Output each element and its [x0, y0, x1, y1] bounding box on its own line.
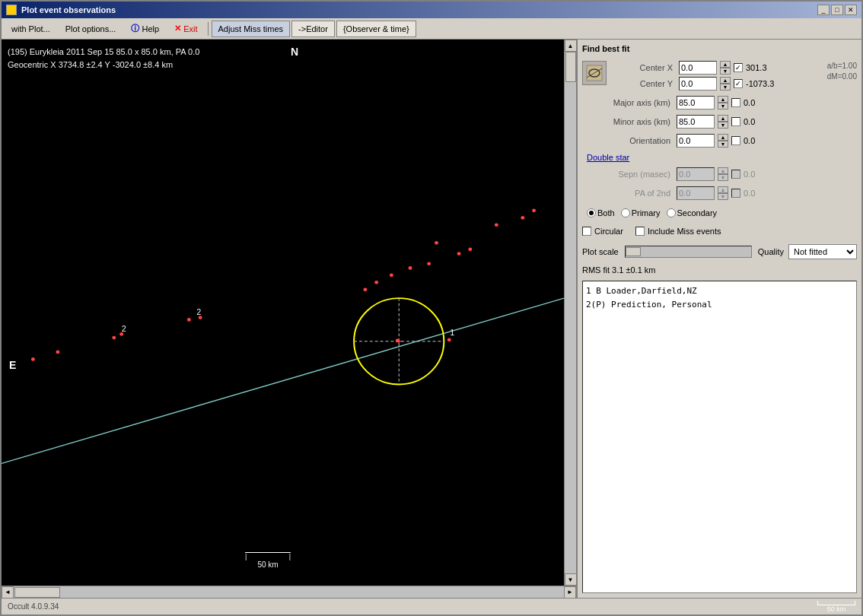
radio-primary-label: Primary	[632, 208, 661, 218]
svg-point-12	[390, 274, 393, 278]
orientation-spinner[interactable]: ▲ ▼	[718, 134, 728, 148]
center-y-down[interactable]: ▼	[720, 84, 731, 90]
orientation-row: Orientation 0.0 ▲ ▼ 0.0	[582, 134, 857, 148]
compass-e: E	[9, 359, 16, 371]
orientation-up[interactable]: ▲	[718, 134, 728, 141]
h-scrollbar-track[interactable]	[14, 586, 564, 599]
fit-icon-svg	[585, 64, 603, 82]
center-x-checkbox[interactable]	[734, 63, 743, 72]
horizontal-scrollbar[interactable]: ◄ ►	[2, 586, 576, 598]
major-up[interactable]: ▲	[718, 96, 728, 103]
vertical-scrollbar[interactable]: ▲ ▼	[564, 40, 576, 586]
adjust-miss-button[interactable]: Adjust Miss times	[212, 21, 291, 37]
main-area: 1 2 2 (195) Eurykleia 2011 Sep 15 85.0 x…	[2, 40, 861, 598]
minor-down[interactable]: ▼	[718, 122, 728, 129]
center-x-row: Center X 0.0 ▲ ▼ 301.3	[611, 61, 823, 75]
circular-miss-row: Circular Include Miss events	[582, 227, 857, 236]
orientation-result: 0.0	[744, 136, 774, 145]
center-y-result: -1073.3	[746, 79, 776, 88]
help-icon: ⓘ	[131, 23, 139, 34]
with-plot-button[interactable]: with Plot...	[5, 21, 57, 37]
plot-info: (195) Eurykleia 2011 Sep 15 85.0 x 85.0 …	[8, 46, 199, 71]
plot-with-scrollbar: 1 2 2 (195) Eurykleia 2011 Sep 15 85.0 x…	[2, 40, 576, 586]
svg-point-19	[187, 318, 191, 322]
menu-bar: with Plot... Plot options... ⓘ Help ✕ Ex…	[2, 18, 861, 40]
circular-checkbox[interactable]	[582, 227, 591, 236]
svg-text:2: 2	[196, 307, 201, 316]
scroll-down-button[interactable]: ▼	[565, 573, 577, 586]
center-x-input[interactable]: 0.0	[679, 61, 717, 75]
plot-scale-slider[interactable]	[625, 246, 752, 258]
svg-rect-0	[2, 40, 564, 586]
include-miss-label: Include Miss events	[648, 227, 721, 236]
center-x-down[interactable]: ▼	[720, 68, 731, 75]
maximize-button[interactable]: □	[831, 5, 843, 15]
quality-select[interactable]: Not fitted	[788, 244, 857, 259]
radio-secondary-button[interactable]	[667, 208, 676, 218]
radio-both-button[interactable]	[587, 208, 596, 218]
center-y-input[interactable]: 0.0	[679, 77, 717, 90]
major-down[interactable]: ▼	[718, 103, 728, 110]
right-panel: Find best fit Center X 0.0	[576, 40, 861, 598]
close-button[interactable]: ✕	[845, 5, 857, 15]
major-axis-checkbox[interactable]	[731, 98, 740, 107]
include-miss-checkbox[interactable]	[635, 227, 645, 236]
major-axis-spinner[interactable]: ▲ ▼	[718, 96, 728, 110]
svg-point-18	[199, 316, 202, 319]
bottom-scale-area: 50 km	[817, 601, 855, 613]
observers-list[interactable]: 1 B Loader,Darfield,NZ 2(P) Prediction, …	[582, 281, 857, 593]
minor-axis-input[interactable]: 85.0	[677, 115, 715, 129]
scroll-left-button[interactable]: ◄	[2, 586, 14, 599]
radio-secondary-item[interactable]: Secondary	[667, 208, 718, 218]
orientation-label: Orientation	[582, 136, 674, 145]
plot-options-button[interactable]: Plot options...	[59, 21, 123, 37]
svg-point-7	[521, 216, 524, 220]
minor-axis-checkbox[interactable]	[731, 117, 740, 126]
orientation-down[interactable]: ▼	[718, 141, 728, 148]
bottom-bar: Occult 4.0.9.34 50 km	[2, 598, 861, 614]
radio-primary-button[interactable]	[621, 208, 630, 218]
h-scrollbar-thumb[interactable]	[14, 587, 60, 598]
observer-1: 1 B Loader,Darfield,NZ	[586, 284, 853, 298]
center-y-checkbox[interactable]	[734, 79, 743, 88]
sepn-label: Sepn (masec)	[582, 170, 674, 179]
pa-input: 0.0	[677, 186, 715, 200]
radio-both-item[interactable]: Both	[587, 208, 615, 218]
observer-time-button[interactable]: {Observer & time}	[336, 21, 416, 37]
center-y-up[interactable]: ▲	[720, 77, 731, 84]
radio-secondary-label: Secondary	[677, 208, 718, 218]
plot-area[interactable]: 1 2 2 (195) Eurykleia 2011 Sep 15 85.0 x…	[2, 40, 564, 586]
minimize-button[interactable]: _	[817, 5, 830, 15]
minor-axis-row: Minor axis (km) 85.0 ▲ ▼ 0.0	[582, 115, 857, 129]
double-star-link[interactable]: Double star	[587, 153, 629, 162]
help-button[interactable]: ⓘ Help	[124, 21, 166, 37]
rms-text: RMS fit 3.1 ±0.1 km	[582, 265, 857, 275]
orientation-input[interactable]: 0.0	[677, 134, 715, 148]
scale-thumb[interactable]	[626, 247, 641, 256]
minor-up[interactable]: ▲	[718, 115, 728, 122]
center-x-spinner[interactable]: ▲ ▼	[720, 61, 731, 75]
major-axis-input[interactable]: 85.0	[677, 96, 715, 110]
minor-axis-spinner[interactable]: ▲ ▼	[718, 115, 728, 129]
orientation-checkbox[interactable]	[731, 136, 740, 145]
scroll-up-button[interactable]: ▲	[565, 40, 577, 52]
scrollbar-thumb[interactable]	[565, 52, 576, 82]
x-icon: ✕	[174, 24, 181, 33]
sepn-up: ▲	[718, 167, 728, 174]
sepn-row: Sepn (masec) 0.0 ▲ ▼ 0.0	[582, 167, 857, 181]
editor-button[interactable]: ->Editor	[291, 21, 335, 37]
double-star-row: Double star	[582, 153, 857, 162]
svg-point-4	[457, 252, 461, 256]
plot-wrapper: 1 2 2 (195) Eurykleia 2011 Sep 15 85.0 x…	[2, 40, 576, 598]
center-y-spinner[interactable]: ▲ ▼	[720, 77, 731, 90]
svg-point-11	[409, 266, 412, 270]
scroll-right-button[interactable]: ►	[564, 586, 576, 599]
exit-button[interactable]: ✕ Exit	[167, 21, 204, 37]
svg-point-13	[374, 281, 378, 284]
best-fit-icon[interactable]	[582, 61, 607, 85]
svg-point-5	[468, 248, 472, 252]
scale-bar-widget: 50 km	[817, 601, 855, 613]
center-x-up[interactable]: ▲	[720, 61, 731, 68]
radio-primary-item[interactable]: Primary	[621, 208, 661, 218]
scrollbar-track[interactable]	[565, 52, 576, 573]
